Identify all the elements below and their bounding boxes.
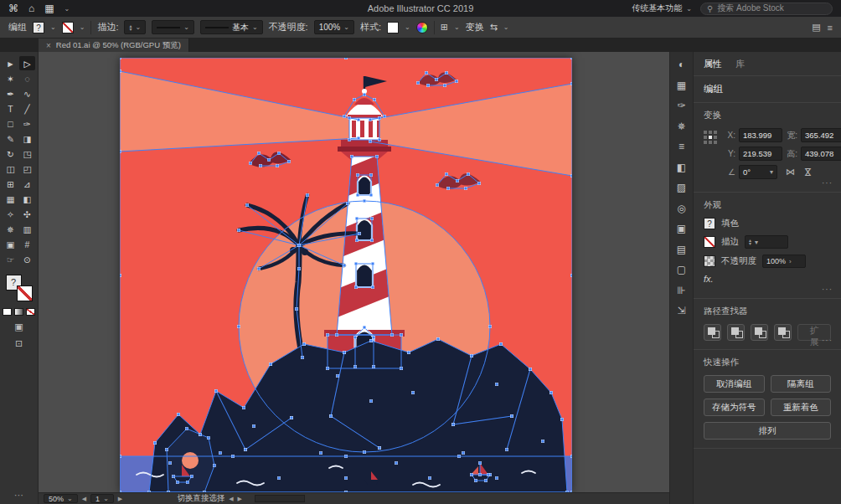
anchor-point[interactable] [369,118,372,121]
gradient-panel-icon[interactable]: ◧ [677,162,686,173]
artboard-nav-dropdown[interactable]: 1 ⌄ [90,494,114,503]
tab-properties[interactable]: 属性 [704,58,722,70]
anchor-point[interactable] [120,455,121,458]
anchor-point[interactable] [390,333,394,337]
flip-vertical-icon[interactable]: ⋈ [802,167,813,177]
pathfinder-exclude-button[interactable] [774,324,792,341]
anchor-point[interactable] [470,354,473,357]
pathfinder-intersect-button[interactable] [751,324,768,341]
rectangle-tool[interactable]: □ [3,116,18,131]
anchor-point[interactable] [425,71,428,75]
anchor-point[interactable] [343,351,346,354]
slice-tool[interactable]: # [19,237,35,251]
appearance-fill-swatch[interactable]: ? [704,218,715,229]
anchor-point[interactable] [428,476,431,480]
x-field[interactable]: 183.999 [739,128,782,142]
anchor-point[interactable] [355,217,359,220]
anchor-point[interactable] [443,84,446,87]
anchor-point[interactable] [375,155,379,158]
anchor-point[interactable] [242,406,245,409]
anchor-point[interactable] [190,475,193,478]
anchor-point[interactable] [153,441,157,445]
width-field[interactable]: 365.492 [801,128,841,142]
anchor-point[interactable] [120,69,121,73]
stroke-chevron-icon[interactable]: ⌄ [80,23,85,31]
anchor-point[interactable] [426,84,430,87]
anchor-point[interactable] [400,333,403,337]
screen-mode-icon[interactable]: ⊡ [15,338,23,349]
anchor-point[interactable] [445,172,448,176]
anchor-point[interactable] [478,473,482,476]
scale-tool[interactable]: ◳ [19,147,35,161]
reference-point-locator[interactable] [704,131,717,183]
distribute-icon[interactable]: ⇆ [490,22,498,33]
anchor-point[interactable] [549,391,553,394]
type-tool[interactable]: T [3,101,18,116]
apple-menu-icon[interactable]: ⌘ [8,3,18,14]
anchor-point[interactable] [185,427,188,430]
anchor-point[interactable] [353,98,356,101]
lasso-tool[interactable]: ◌ [19,71,35,85]
stroke-panel-icon[interactable]: ≡ [678,141,684,152]
stroke-weight-field[interactable]: ▴▾ ⌄ [124,20,146,34]
anchor-point[interactable] [346,202,349,205]
anchor-point[interactable] [277,476,281,480]
gradient-tool[interactable]: ◧ [19,192,35,206]
anchor-point[interactable] [356,173,359,177]
hand-tool[interactable]: ☞ [3,252,18,266]
anchor-point[interactable] [378,116,381,120]
tab-libraries[interactable]: 库 [735,58,745,70]
none-button[interactable] [26,308,35,316]
transparency-panel-icon[interactable]: ▨ [677,182,686,193]
anchor-point[interactable] [120,58,121,59]
rotate-tool[interactable]: ↻ [3,147,18,161]
stroke-weight-dropdown[interactable]: ▴▾ ▾ [745,235,788,249]
fill-swatch[interactable]: ? [33,22,44,33]
edit-toolbar-icon[interactable]: ⋯ [14,490,23,501]
anchor-point[interactable] [372,365,375,368]
rotation-dropdown[interactable]: 0° ▾ [739,165,777,179]
anchor-point[interactable] [344,476,348,480]
line-segment-tool[interactable]: ╱ [19,101,35,116]
anchor-point[interactable] [436,183,439,187]
anchor-point[interactable] [495,383,498,386]
layers-panel-icon[interactable]: ▤ [677,244,686,255]
curvature-tool[interactable]: ∿ [19,86,35,100]
anchor-point[interactable] [455,80,458,83]
anchor-point[interactable] [488,325,492,328]
symbols-panel-icon[interactable]: ✵ [677,121,685,132]
anchor-point[interactable] [165,448,168,451]
anchor-point[interactable] [370,239,374,242]
anchor-point[interactable] [301,356,304,359]
appearance-panel-icon[interactable]: ◎ [677,203,685,214]
anchor-point[interactable] [487,473,490,476]
anchor-point[interactable] [276,164,279,167]
stock-search-input[interactable]: ⚲ 搜索 Adobe Stock [700,3,833,15]
style-swatch[interactable] [387,22,399,33]
anchor-point[interactable] [451,423,455,426]
prev-artboard-icon[interactable]: ◀ [82,496,86,502]
anchor-point[interactable] [297,267,301,270]
opacity-dropdown[interactable]: 100% ⌄ [314,20,354,34]
anchor-point[interactable] [287,160,291,163]
anchor-point[interactable] [541,440,544,443]
magic-wand-tool[interactable]: ✶ [3,71,18,85]
pencil-tool[interactable]: ✎ [3,131,18,146]
anchor-point[interactable] [570,82,572,85]
anchor-point[interactable] [395,461,398,465]
anchor-point[interactable] [358,232,361,235]
swatches-panel-icon[interactable]: ▦ [677,80,686,91]
pathfinder-unite-button[interactable] [704,324,721,341]
anchor-point[interactable] [214,389,218,393]
anchor-point[interactable] [378,138,381,141]
anchor-point[interactable] [372,336,375,339]
zoom-tool[interactable]: ⊙ [19,252,35,266]
anchor-point[interactable] [344,455,348,458]
pen-tool[interactable]: ✒ [3,86,18,100]
document-tab[interactable]: × Red 01.ai @ 50% (RGB/GPU 预览) [39,39,189,52]
anchor-point[interactable] [462,451,465,455]
anchor-point[interactable] [354,262,358,265]
eraser-tool[interactable]: ◨ [19,131,35,146]
anchor-point[interactable] [411,391,415,394]
anchor-point[interactable] [186,481,189,484]
